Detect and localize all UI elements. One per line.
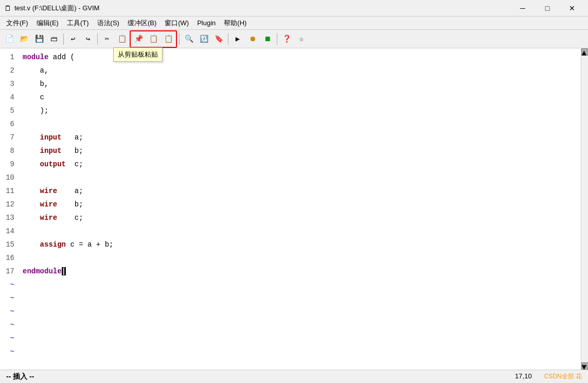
line-num-10: 10 (4, 171, 14, 184)
line-num-12: 12 (4, 198, 14, 211)
maximize-button[interactable]: □ (536, 0, 559, 16)
paste-tooltip: 从剪贴板粘贴 (113, 47, 163, 62)
code-tilde-1 (23, 278, 581, 291)
status-bar: -- 插入 -- 17,10 CSDN全部 花 (0, 370, 588, 383)
code-line-11: wire a; (23, 184, 581, 198)
open-file-button[interactable]: 📂 (17, 32, 31, 46)
run-macro-button[interactable]: ▶ (230, 32, 245, 46)
code-line-6 (23, 117, 581, 131)
line-num-9: 9 (4, 158, 14, 171)
tilde-5: ~ (4, 332, 14, 345)
paste-group: 📌 📋 📋 (130, 30, 177, 48)
line-num-4: 4 (4, 91, 14, 104)
editor[interactable]: 1 2 3 4 5 6 7 8 9 10 11 12 13 14 15 16 1… (0, 48, 581, 370)
clipboard-button[interactable]: 📋 (161, 32, 175, 46)
copy-button[interactable]: 📋 (115, 32, 129, 46)
title-left: 🗒 test.v (F:\DELL\桌面) - GVIM (4, 4, 99, 13)
code-line-14 (23, 224, 581, 238)
line-num-11: 11 (4, 184, 14, 198)
code-area: module add ( a, b, c ); input a; input b… (19, 48, 581, 370)
status-right: 17,10 CSDN全部 花 (515, 372, 582, 381)
code-line-3: b, (23, 77, 581, 91)
code-line-12: wire b; (23, 198, 581, 211)
code-line-9: output c; (23, 158, 581, 171)
cut-button[interactable]: ✂ (100, 32, 114, 46)
tilde-2: ~ (4, 291, 14, 305)
app-icon: 🗒 (4, 4, 11, 12)
code-line-2: a, (23, 64, 581, 77)
code-line-16 (23, 251, 581, 265)
more-button[interactable]: ☆ (294, 32, 309, 46)
code-line-7: input a; (23, 131, 581, 144)
replace-button[interactable]: 🔃 (197, 32, 211, 46)
new-file-button[interactable]: 📄 (2, 32, 16, 46)
code-tilde-4 (23, 318, 581, 332)
stop-macro-button[interactable]: ⏹ (260, 32, 275, 46)
scroll-up-button[interactable]: ▲ (581, 48, 589, 56)
tilde-1: ~ (4, 278, 14, 291)
toolbar-separator-5 (277, 33, 277, 45)
tilde-6: ~ (4, 345, 14, 358)
editor-content: 1 2 3 4 5 6 7 8 9 10 11 12 13 14 15 16 1… (0, 48, 581, 370)
record-macro-button[interactable]: ⏺ (245, 32, 260, 46)
code-line-15: assign c = a + b; (23, 238, 581, 251)
watermark: CSDN全部 花 (544, 372, 582, 381)
line-num-16: 16 (4, 251, 14, 265)
menu-plugin[interactable]: Plugin (193, 16, 220, 29)
menu-syntax[interactable]: 语法(S) (93, 16, 123, 29)
title-controls: ─ □ ✕ (511, 0, 584, 16)
line-num-2: 2 (4, 64, 14, 77)
find-button[interactable]: 🔍 (182, 32, 196, 46)
line-num-14: 14 (4, 224, 14, 238)
toolbar-separator-3 (179, 33, 180, 45)
line-num-8: 8 (4, 144, 14, 158)
undo-button[interactable]: ↩ (66, 32, 80, 46)
code-line-5: ); (23, 104, 581, 117)
window-title: test.v (F:\DELL\桌面) - GVIM (14, 4, 99, 13)
paste-clipboard-button[interactable]: 📋 (146, 32, 161, 46)
toolbar-separator-2 (97, 33, 98, 45)
line-num-17: 17 (4, 265, 14, 278)
line-num-3: 3 (4, 77, 14, 91)
menu-file[interactable]: 文件(F) (2, 16, 32, 29)
line-num-5: 5 (4, 104, 14, 117)
vertical-scrollbar[interactable]: ▲ ▼ (581, 48, 588, 370)
tilde-3: ~ (4, 305, 14, 318)
code-tilde-3 (23, 305, 581, 318)
save-button[interactable]: 💾 (32, 32, 46, 46)
close-button[interactable]: ✕ (560, 0, 584, 16)
menu-help[interactable]: 帮助(H) (220, 16, 251, 29)
menu-edit[interactable]: 编辑(E) (32, 16, 63, 29)
help-button[interactable]: ❓ (279, 32, 294, 46)
editor-mode: -- 插入 -- (6, 372, 34, 381)
tilde-4: ~ (4, 318, 14, 332)
line-num-15: 15 (4, 238, 14, 251)
code-line-17: endmodule| (23, 265, 581, 278)
minimize-button[interactable]: ─ (511, 0, 534, 16)
redo-button[interactable]: ↪ (81, 32, 95, 46)
bookmark-button[interactable]: 🔖 (211, 32, 226, 46)
line-num-1: 1 (4, 50, 14, 64)
menu-tools[interactable]: 工具(T) (63, 16, 93, 29)
code-line-4: c (23, 91, 581, 104)
save-all-button[interactable]: 🗃 (47, 32, 61, 46)
code-line-1: module add ( (23, 50, 581, 64)
line-numbers: 1 2 3 4 5 6 7 8 9 10 11 12 13 14 15 16 1… (0, 48, 19, 370)
line-num-13: 13 (4, 211, 14, 224)
scroll-down-button[interactable]: ▼ (581, 362, 589, 370)
line-num-6: 6 (4, 117, 14, 131)
code-tilde-6 (23, 345, 581, 358)
code-tilde-2 (23, 291, 581, 305)
line-num-7: 7 (4, 131, 14, 144)
menu-window[interactable]: 窗口(W) (161, 16, 193, 29)
menu-buffer[interactable]: 缓冲区(B) (123, 16, 161, 29)
toolbar-separator-1 (63, 33, 64, 45)
paste-button[interactable]: 📌 (131, 32, 146, 46)
main-area: 1 2 3 4 5 6 7 8 9 10 11 12 13 14 15 16 1… (0, 48, 588, 370)
toolbar: 📄 📂 💾 🗃 ↩ ↪ ✂ 📋 📌 📋 📋 🔍 🔃 🔖 ▶ ⏺ ⏹ ❓ ☆ 从剪… (0, 30, 588, 48)
code-line-13: wire c; (23, 211, 581, 224)
menu-bar: 文件(F) 编辑(E) 工具(T) 语法(S) 缓冲区(B) 窗口(W) Plu… (0, 16, 588, 30)
code-line-10 (23, 171, 581, 184)
code-tilde-5 (23, 332, 581, 345)
code-line-8: input b; (23, 144, 581, 158)
